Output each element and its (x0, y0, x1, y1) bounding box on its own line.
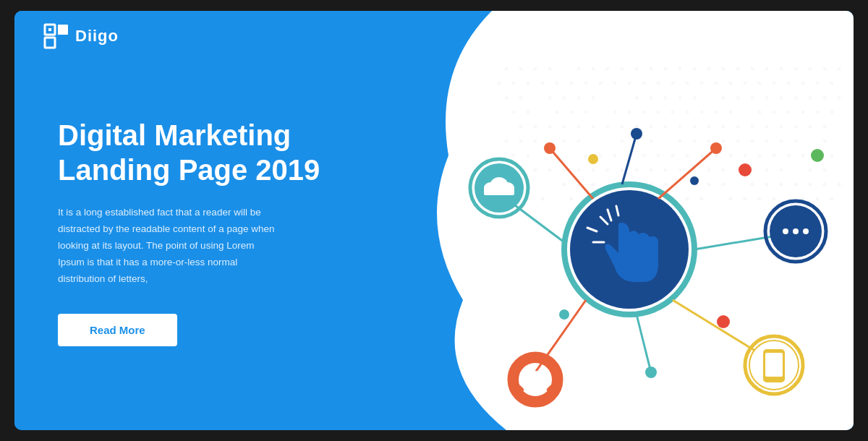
hero-title: Digital Marketing Landing Page 2019 (58, 118, 398, 187)
svg-point-255 (631, 128, 642, 140)
svg-point-260 (588, 154, 598, 164)
hero-description: It is a long established fact that a rea… (58, 205, 275, 288)
svg-rect-231 (484, 188, 514, 195)
page-wrapper: Diigo HOME ABOUT CONTACT Digital Marketi… (14, 11, 854, 430)
svg-rect-210 (48, 28, 51, 31)
logo: Diigo (43, 23, 119, 49)
svg-rect-242 (511, 374, 518, 385)
svg-point-236 (803, 228, 809, 234)
svg-point-262 (690, 176, 699, 185)
svg-point-258 (811, 149, 824, 162)
svg-point-253 (710, 142, 722, 154)
svg-point-252 (772, 377, 776, 382)
svg-rect-243 (553, 374, 560, 385)
svg-point-257 (739, 163, 752, 176)
svg-rect-209 (45, 38, 55, 48)
nav-contact[interactable]: CONTACT (772, 31, 825, 42)
svg-line-224 (622, 134, 637, 184)
svg-line-225 (550, 148, 593, 199)
svg-point-259 (717, 315, 730, 328)
svg-line-218 (658, 148, 716, 199)
svg-rect-240 (530, 355, 540, 362)
svg-point-239 (527, 371, 544, 388)
navigation: HOME ABOUT CONTACT (642, 31, 825, 42)
nav-about[interactable]: ABOUT (704, 31, 743, 42)
svg-point-261 (559, 309, 569, 320)
network-illustration (412, 54, 846, 416)
read-more-button[interactable]: Read More (58, 314, 177, 346)
logo-icon (43, 23, 69, 49)
svg-point-256 (544, 142, 556, 154)
svg-rect-241 (530, 397, 540, 404)
header: Diigo HOME ABOUT CONTACT (14, 11, 854, 61)
nav-home[interactable]: HOME (642, 31, 675, 42)
svg-point-235 (793, 228, 799, 234)
hero-content: Digital Marketing Landing Page 2019 It i… (58, 118, 398, 346)
logo-text: Diigo (75, 27, 119, 46)
svg-point-254 (645, 367, 657, 378)
svg-point-234 (783, 228, 788, 234)
svg-rect-208 (58, 25, 68, 35)
svg-rect-251 (765, 353, 783, 377)
svg-line-220 (673, 300, 767, 358)
svg-line-221 (637, 314, 651, 372)
